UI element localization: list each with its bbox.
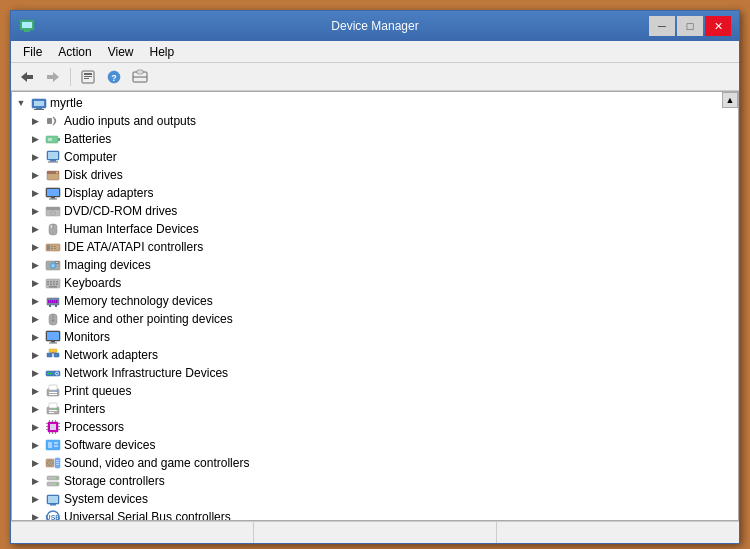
software-expand: ▶ xyxy=(28,438,42,452)
maximize-button[interactable]: □ xyxy=(677,16,703,36)
tree-item-imaging[interactable]: ▶ Imaging devices xyxy=(12,256,738,274)
tree-item-keyboards[interactable]: ▶ Keyboards xyxy=(12,274,738,292)
imaging-expand: ▶ xyxy=(28,258,42,272)
toolbar: ? xyxy=(11,63,739,91)
svg-rect-8 xyxy=(84,73,92,75)
tree-item-usb[interactable]: ▶ USB Universal Serial Bus controllers xyxy=(12,508,738,521)
hid-expand: ▶ xyxy=(28,222,42,236)
svg-rect-15 xyxy=(137,70,143,74)
svg-rect-19 xyxy=(34,109,44,110)
forward-button[interactable] xyxy=(41,66,65,88)
menu-help[interactable]: Help xyxy=(142,43,183,61)
svg-rect-64 xyxy=(48,300,50,303)
svg-rect-59 xyxy=(50,284,52,286)
tree-item-computer[interactable]: ▶ Computer xyxy=(12,148,738,166)
imaging-icon xyxy=(45,257,61,273)
processors-expand: ▶ xyxy=(28,420,42,434)
svg-rect-104 xyxy=(52,432,53,434)
tree-item-mice[interactable]: ▶ Mice and other pointing devices xyxy=(12,310,738,328)
back-button[interactable] xyxy=(15,66,39,88)
tree-item-hid[interactable]: ▶ Human Interface Devices xyxy=(12,220,738,238)
netinfra-icon xyxy=(45,365,61,381)
svg-rect-52 xyxy=(56,262,58,263)
svg-rect-92 xyxy=(56,390,58,392)
root-expand-arrow: ▼ xyxy=(14,96,28,110)
scan-button[interactable] xyxy=(128,66,152,88)
svg-rect-105 xyxy=(55,432,56,434)
minimize-button[interactable]: ─ xyxy=(649,16,675,36)
svg-rect-54 xyxy=(47,281,49,283)
svg-point-118 xyxy=(49,462,51,464)
svg-rect-106 xyxy=(46,423,48,424)
back-icon xyxy=(20,70,34,84)
tree-item-batteries[interactable]: ▶ Batteries xyxy=(12,130,738,148)
computer-expand: ▶ xyxy=(28,150,42,164)
menu-view[interactable]: View xyxy=(100,43,142,61)
network-label: Network adapters xyxy=(64,348,158,362)
properties-button[interactable] xyxy=(76,66,100,88)
svg-point-30 xyxy=(56,172,58,174)
help-button[interactable]: ? xyxy=(102,66,126,88)
dvd-icon xyxy=(45,203,61,219)
svg-rect-44 xyxy=(51,246,53,247)
tree-item-printqueues[interactable]: ▶ Print queues xyxy=(12,382,738,400)
menu-file[interactable]: File xyxy=(15,43,50,61)
tree-item-monitors[interactable]: ▶ Monitors xyxy=(12,328,738,346)
computer-label: Computer xyxy=(64,150,117,164)
svg-point-50 xyxy=(52,264,55,267)
printers-label: Printers xyxy=(64,402,105,416)
svg-rect-25 xyxy=(48,152,58,159)
dvd-label: DVD/CD-ROM drives xyxy=(64,204,177,218)
svg-rect-90 xyxy=(49,392,57,393)
keyboards-icon xyxy=(45,275,61,291)
tree-item-network[interactable]: ▶ Network adapters xyxy=(12,346,738,364)
tree-item-processors[interactable]: ▶ xyxy=(12,418,738,436)
tree-item-network-infra[interactable]: ▶ Network Infrastructure Devices xyxy=(12,364,738,382)
printq-expand: ▶ xyxy=(28,384,42,398)
svg-rect-26 xyxy=(50,160,56,162)
tree-item-memory[interactable]: ▶ Memory technology devices xyxy=(12,292,738,310)
tree-item-display[interactable]: ▶ Display adapters xyxy=(12,184,738,202)
title-bar: Device Manager ─ □ ✕ xyxy=(11,11,739,41)
computer-icon xyxy=(45,149,61,165)
system-icon xyxy=(45,491,61,507)
display-label: Display adapters xyxy=(64,186,153,200)
svg-rect-32 xyxy=(47,189,59,196)
svg-rect-27 xyxy=(48,162,58,163)
svg-rect-67 xyxy=(54,300,56,303)
tree-root-myrtle[interactable]: ▼ myrtle xyxy=(12,94,738,112)
svg-rect-45 xyxy=(51,248,53,249)
printq-icon xyxy=(45,383,61,399)
memory-icon xyxy=(45,293,61,309)
svg-rect-61 xyxy=(56,284,58,286)
ide-expand: ▶ xyxy=(28,240,42,254)
svg-rect-65 xyxy=(50,300,52,303)
ide-icon xyxy=(45,239,61,255)
svg-rect-78 xyxy=(47,353,52,357)
tree-item-audio[interactable]: ▶ Audio inputs and outputs xyxy=(12,112,738,130)
tree-item-printers[interactable]: ▶ Printers xyxy=(12,400,738,418)
hid-label: Human Interface Devices xyxy=(64,222,199,236)
svg-rect-115 xyxy=(54,445,58,447)
svg-rect-10 xyxy=(84,78,89,79)
menu-action[interactable]: Action xyxy=(50,43,99,61)
svg-rect-91 xyxy=(49,394,57,395)
tree-item-storage[interactable]: ▶ Storage controllers xyxy=(12,472,738,490)
toolbar-sep-1 xyxy=(70,68,71,86)
svg-rect-69 xyxy=(49,305,51,307)
tree-item-ide[interactable]: ▶ IDE ATA/ATAPI controllers xyxy=(12,238,738,256)
processors-icon xyxy=(45,419,61,435)
tree-item-dvd[interactable]: ▶ DVD/CD-ROM drives xyxy=(12,202,738,220)
svg-rect-55 xyxy=(50,281,52,283)
close-button[interactable]: ✕ xyxy=(705,16,731,36)
mice-icon xyxy=(45,311,61,327)
tree-item-system[interactable]: ▶ System devices xyxy=(12,490,738,508)
tree-item-software[interactable]: ▶ Software devices xyxy=(12,436,738,454)
device-tree-panel[interactable]: ▼ myrtle ▶ xyxy=(11,91,739,521)
svg-point-126 xyxy=(56,483,58,485)
svg-point-85 xyxy=(47,373,49,375)
tree-item-sound[interactable]: ▶ Sound, video and game controllers xyxy=(12,454,738,472)
tree-item-disk[interactable]: ▶ Disk drives xyxy=(12,166,738,184)
svg-text:?: ? xyxy=(111,73,117,83)
hid-icon xyxy=(45,221,61,237)
